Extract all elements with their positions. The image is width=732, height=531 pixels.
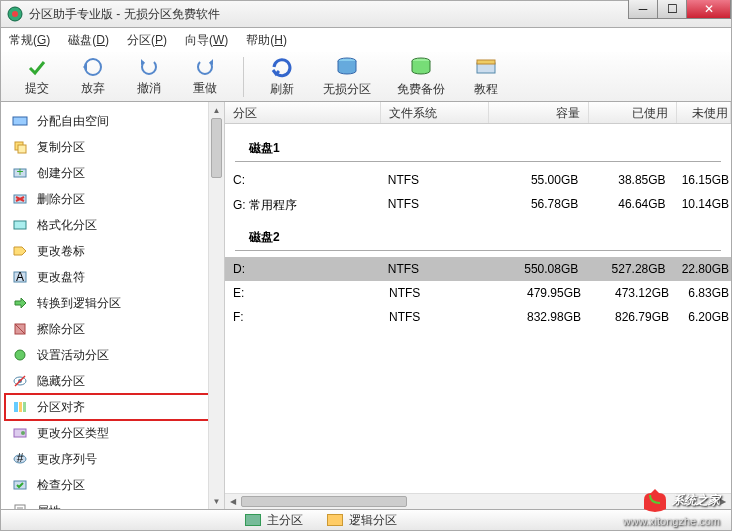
check-icon [11,476,29,494]
sidebar-item-wipe[interactable]: 擦除分区 [5,316,220,342]
tutorial-button[interactable]: 教程 [462,55,510,98]
close-button[interactable]: ✕ [686,0,731,19]
sidebar-item-label: 设置活动分区 [37,347,109,364]
maximize-button[interactable]: ☐ [657,0,687,19]
copy-icon [11,138,29,156]
cell-capacity: 56.78GB [487,195,586,216]
refresh-button[interactable]: 刷新 [258,55,306,98]
sidebar-item-serial[interactable]: #更改序列号 [5,446,220,472]
sidebar-item-check[interactable]: 检查分区 [5,472,220,498]
lossless-button[interactable]: 无损分区 [314,55,380,98]
sidebar-item-delete[interactable]: 删除分区 [5,186,220,212]
sidebar-item-active[interactable]: 设置活动分区 [5,342,220,368]
menu-wizard[interactable]: 向导(W) [185,32,228,49]
cell-unused: 10.14GB [674,195,731,216]
svg-point-20 [15,350,25,360]
menu-partition[interactable]: 分区(P) [127,32,167,49]
cell-used: 46.64GB [586,195,673,216]
cell-partition: C: [225,171,380,189]
sidebar-scrollbar[interactable]: ▲ ▼ [208,102,224,509]
col-unused[interactable]: 未使用 [677,102,731,123]
sidebar-item-align[interactable]: 分区对齐 [5,394,220,420]
svg-text:A: A [16,270,24,284]
alloc-icon [11,112,29,130]
wipe-icon [11,320,29,338]
cell-used: 826.79GB [589,308,677,326]
svg-rect-15 [14,221,26,229]
legend-main: 主分区 [245,512,303,529]
sidebar-item-create[interactable]: +创建分区 [5,160,220,186]
hide-icon [11,372,29,390]
align-icon [11,398,29,416]
redo-button[interactable]: 重做 [181,56,229,97]
sidebar-item-label: 复制分区 [37,139,85,156]
table-row[interactable]: G: 常用程序NTFS56.78GB46.64GB10.14GB [225,192,731,219]
sidebar-item-label: 更改盘符 [37,269,85,286]
sidebar-item-label: 隐藏分区 [37,373,85,390]
cell-unused: 6.20GB [677,308,731,326]
scroll-thumb[interactable] [211,118,222,178]
svg-point-1 [12,11,18,17]
undo-button[interactable]: 撤消 [125,56,173,97]
sidebar-item-alloc[interactable]: 分配自由空间 [5,108,220,134]
menu-disk[interactable]: 磁盘(D) [68,32,109,49]
sidebar-item-label: 删除分区 [37,191,85,208]
discard-button[interactable]: 放弃 [69,56,117,97]
scroll-down-icon[interactable]: ▼ [209,493,224,509]
sidebar-item-label: 擦除分区 [37,321,85,338]
cell-partition: E: [225,284,381,302]
disk-title: 磁盘2 [235,219,721,251]
sidebar-item-hide[interactable]: 隐藏分区 [5,368,220,394]
col-capacity[interactable]: 容量 [489,102,589,123]
sidebar-item-label: 转换到逻辑分区 [37,295,121,312]
sidebar-item-convert[interactable]: 转换到逻辑分区 [5,290,220,316]
table-row[interactable]: C:NTFS55.00GB38.85GB16.15GB [225,168,731,192]
cell-capacity: 550.08GB [487,260,586,278]
table-row[interactable]: F:NTFS832.98GB826.79GB6.20GB [225,305,731,329]
cell-partition: D: [225,260,380,278]
col-used[interactable]: 已使用 [589,102,677,123]
delete-icon [11,190,29,208]
commit-button[interactable]: 提交 [13,56,61,97]
menu-general[interactable]: 常规(G) [9,32,50,49]
sidebar-item-letter[interactable]: A更改盘符 [5,264,220,290]
sidebar-item-label: 更改卷标 [37,243,85,260]
sidebar-item-copy[interactable]: 复制分区 [5,134,220,160]
cell-filesystem: NTFS [381,284,489,302]
sidebar-item-label: 分区对齐 [37,399,85,416]
sidebar-item-label[interactable]: 更改卷标 [5,238,220,264]
letter-icon: A [11,268,29,286]
menu-help[interactable]: 帮助(H) [246,32,287,49]
cell-filesystem: NTFS [380,171,487,189]
cell-used: 527.28GB [586,260,673,278]
cell-capacity: 832.98GB [489,308,589,326]
window-controls: ─ ☐ ✕ [629,0,731,19]
table-row[interactable]: D:NTFS550.08GB527.28GB22.80GB [225,257,731,281]
cell-capacity: 479.95GB [489,284,589,302]
sidebar-item-type[interactable]: 更改分区类型 [5,420,220,446]
hscroll-thumb[interactable] [241,496,407,507]
minimize-button[interactable]: ─ [628,0,658,19]
sidebar-item-prop[interactable]: 属性 [5,498,220,509]
scroll-up-icon[interactable]: ▲ [209,102,224,118]
svg-rect-24 [14,402,18,412]
sidebar-item-label: 更改分区类型 [37,425,109,442]
convert-icon [11,294,29,312]
svg-rect-26 [23,402,26,412]
scroll-left-icon[interactable]: ◀ [225,494,241,509]
col-filesystem[interactable]: 文件系统 [381,102,489,123]
legend-logic: 逻辑分区 [327,512,397,529]
toolbar-separator [243,57,244,97]
cell-filesystem: NTFS [380,260,487,278]
table-row[interactable]: E:NTFS479.95GB473.12GB6.83GB [225,281,731,305]
col-partition[interactable]: 分区 [225,102,381,123]
backup-button[interactable]: 免费备份 [388,55,454,98]
sidebar-item-format[interactable]: 格式化分区 [5,212,220,238]
svg-text:+: + [16,165,23,179]
sidebar-item-label: 格式化分区 [37,217,97,234]
sidebar-item-label: 分配自由空间 [37,113,109,130]
svg-rect-7 [13,117,27,125]
svg-text:#: # [17,451,24,465]
toolbar: 提交 放弃 撤消 重做 刷新 无损分区 免费备份 教程 [0,52,732,102]
svg-rect-6 [477,60,495,64]
